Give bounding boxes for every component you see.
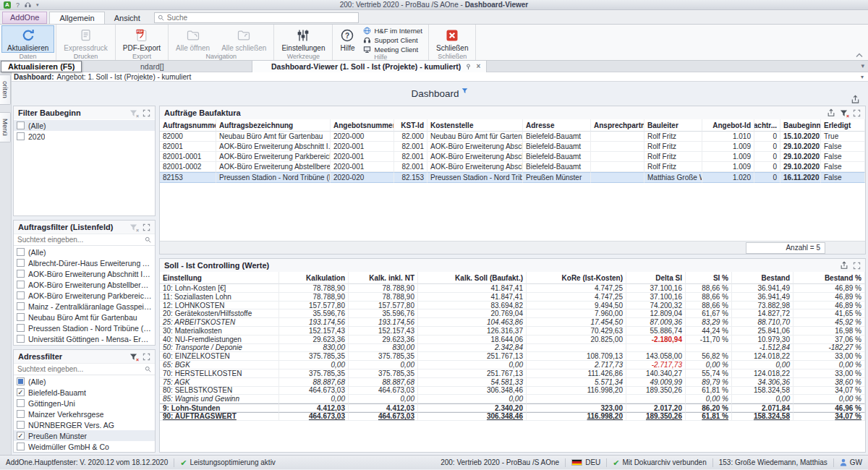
filter-list-item[interactable]: NÜRNBERGER Vers. AG bbox=[14, 419, 155, 430]
cell[interactable] bbox=[626, 344, 686, 353]
column-header[interactable]: Einstellung bbox=[160, 272, 279, 284]
cell[interactable]: -1.512,84 bbox=[732, 344, 793, 353]
cell[interactable]: 251.767,13 bbox=[418, 352, 527, 361]
tab-dashboard-viewer[interactable]: Dashboard-Viewer (1. Soll - Ist (Projekt… bbox=[252, 61, 487, 72]
cell[interactable]: 7.960,00 bbox=[527, 309, 626, 318]
checkbox-unchecked[interactable] bbox=[17, 410, 25, 418]
cell[interactable]: 124.018,22 bbox=[732, 369, 793, 378]
cell[interactable]: 88,66 % bbox=[686, 293, 732, 302]
hf-internet-item[interactable]: H&F im Internet bbox=[363, 27, 422, 35]
cell[interactable]: 0 bbox=[754, 132, 780, 142]
cell[interactable]: AOK-Büro Erweiterung Abschnitt I.A (Biel… bbox=[427, 142, 523, 152]
cell[interactable]: 140.340,27 bbox=[626, 369, 686, 378]
cell[interactable]: 375.785,35 bbox=[349, 369, 418, 378]
status-language[interactable]: DEU bbox=[571, 458, 600, 466]
column-header[interactable]: Baubeginn bbox=[780, 119, 821, 132]
export-icon[interactable] bbox=[826, 108, 835, 118]
dashboard-export-icon[interactable] bbox=[851, 95, 860, 104]
cell[interactable]: 12: LOHNKOSTEN bbox=[160, 302, 279, 310]
filter-list-item[interactable]: Weidmüller GmbH & Co KG - Halle 7 bbox=[14, 344, 155, 345]
column-header[interactable]: Ansprechpartner bbox=[591, 119, 644, 132]
cell[interactable]: 86,20 % bbox=[686, 403, 732, 412]
cell[interactable]: -2.180,94 bbox=[626, 336, 686, 344]
cell[interactable]: 2.340,20 bbox=[418, 403, 527, 412]
cell[interactable]: 375.785,35 bbox=[279, 369, 349, 378]
cell[interactable]: 46,89 % bbox=[793, 293, 865, 302]
cell[interactable]: 16,98 % bbox=[793, 327, 865, 336]
cell[interactable]: 193.174,56 bbox=[349, 318, 418, 327]
cell[interactable]: 2.071,84 bbox=[732, 403, 793, 412]
headset-icon[interactable] bbox=[25, 1, 31, 8]
cell[interactable] bbox=[591, 172, 644, 183]
cell[interactable]: 4.747,25 bbox=[527, 293, 626, 302]
cell[interactable]: 56,82 % bbox=[686, 352, 732, 361]
cell[interactable]: 82001-0002 bbox=[160, 162, 216, 172]
filter-list-item[interactable]: Preußen Münster bbox=[14, 430, 155, 441]
cell[interactable]: 12.809,04 bbox=[626, 309, 686, 318]
column-header[interactable]: KoRe (Ist-Kosten) bbox=[527, 272, 626, 284]
filter-list-item[interactable]: AOK-Büro Erweiterung Parkbereich PKW bbox=[14, 290, 155, 301]
cell[interactable]: 38,60 % bbox=[793, 378, 865, 387]
cell[interactable]: 88.887,68 bbox=[349, 378, 418, 387]
cell[interactable]: False bbox=[821, 152, 865, 162]
cell[interactable]: 0,00 bbox=[732, 361, 793, 369]
filter-list-item[interactable]: (Alle) bbox=[14, 247, 155, 257]
filter-list-item[interactable]: Albrecht-Dürer-Haus Erweiterung Abschnit… bbox=[14, 257, 155, 268]
cell[interactable]: Rolf Fritz bbox=[644, 132, 702, 142]
cell[interactable]: 82.000 bbox=[394, 132, 427, 142]
cell[interactable]: 0,00 % bbox=[793, 395, 865, 403]
filter-list-item[interactable]: AOK-Büro Erweiterung Abstellbereich (E-B… bbox=[14, 279, 155, 290]
cell[interactable]: 0 bbox=[754, 172, 780, 183]
cell[interactable]: 88,66 % bbox=[686, 302, 732, 310]
cell[interactable]: 20.769,04 bbox=[418, 309, 527, 318]
cell[interactable]: 46,89 % bbox=[793, 302, 865, 310]
column-header[interactable]: Delta SI bbox=[626, 272, 686, 284]
tab-addone[interactable]: AddOne bbox=[2, 12, 47, 24]
cell[interactable] bbox=[626, 395, 686, 403]
cell[interactable] bbox=[591, 132, 644, 142]
cell[interactable]: 0 bbox=[754, 142, 780, 152]
cell[interactable]: 2.717,73 bbox=[527, 361, 626, 369]
cell[interactable]: AOK-Büro Erweiterung Abschnitt I.A (Biel… bbox=[427, 162, 523, 172]
cell[interactable]: Bielefeld-Bauamt bbox=[523, 132, 591, 142]
column-header[interactable]: Bestand % bbox=[793, 272, 865, 284]
column-header[interactable]: Bestand bbox=[732, 272, 793, 284]
cell[interactable]: 83.694,82 bbox=[418, 302, 527, 310]
cell[interactable]: 2.342,84 bbox=[418, 344, 527, 353]
cell[interactable]: 37,06 % bbox=[793, 336, 865, 344]
column-header[interactable]: Auftragsbezeichnung bbox=[216, 119, 331, 132]
maximize-panel-icon[interactable] bbox=[142, 108, 151, 118]
dashboard-selector-dropdown-icon[interactable]: ▾ bbox=[861, 74, 864, 80]
cell[interactable]: 37.100,16 bbox=[626, 293, 686, 302]
export-icon[interactable] bbox=[839, 261, 848, 270]
cell[interactable]: 46,89 % bbox=[793, 284, 865, 293]
clear-filter-icon[interactable]: × bbox=[129, 108, 138, 118]
cell[interactable]: 20.825,00 bbox=[527, 336, 626, 344]
cell[interactable]: 464.673,03 bbox=[349, 387, 418, 396]
cell[interactable]: 143.058,00 bbox=[626, 352, 686, 361]
cell[interactable]: 82153 bbox=[160, 172, 216, 183]
filter-list-item[interactable]: Mainz - Zentralkläranlage Gasspeicherkap… bbox=[14, 301, 155, 312]
cell[interactable]: 5.571,34 bbox=[527, 378, 626, 387]
cell[interactable]: 78.788,90 bbox=[349, 284, 418, 293]
cell[interactable]: 33,00 % bbox=[793, 369, 865, 378]
cell[interactable]: 74.200,32 bbox=[626, 302, 686, 310]
cell[interactable]: 0 bbox=[754, 152, 780, 162]
column-header[interactable]: Kostenstelle bbox=[427, 119, 523, 132]
collapse-ribbon-icon[interactable] bbox=[856, 53, 863, 58]
filter-list-item[interactable]: Neubau Büro Amt für Gartenbau bbox=[14, 312, 155, 322]
cell[interactable] bbox=[527, 344, 626, 353]
cell[interactable]: 126.316,37 bbox=[418, 327, 527, 336]
cell[interactable]: False bbox=[821, 172, 865, 183]
cell[interactable]: 73.882,98 bbox=[732, 302, 793, 310]
auftragsfilter-search[interactable] bbox=[14, 234, 155, 246]
cell[interactable]: True bbox=[821, 132, 865, 142]
cell[interactable]: 17.454,50 bbox=[527, 318, 626, 327]
cell[interactable]: AOK-Büro Erweiterung Abschnitt I.A (Biel… bbox=[216, 142, 331, 152]
cell[interactable]: Bielefeld-Bauamt bbox=[523, 162, 591, 172]
cell[interactable]: 0,00 bbox=[418, 361, 527, 369]
cell[interactable]: 158.324,58 bbox=[732, 412, 793, 421]
cell[interactable]: 1.010 bbox=[702, 132, 754, 142]
filter-list-item[interactable]: Weidmüller GmbH & Co bbox=[14, 441, 155, 452]
help-icon[interactable]: ? bbox=[16, 1, 20, 9]
